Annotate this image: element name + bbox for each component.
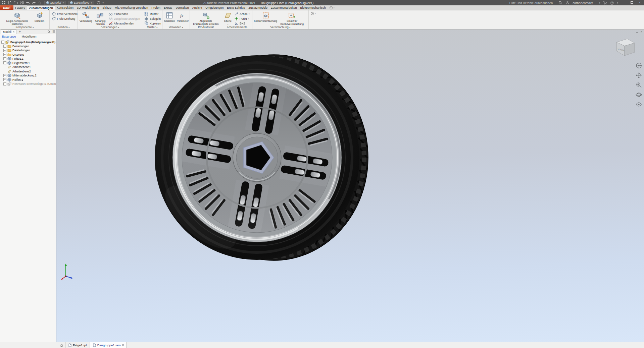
place-ilogic-component-button[interactable]: iLogic-Komponente platzieren bbox=[1, 11, 33, 26]
material-dropdown[interactable]: Material ▾ bbox=[44, 1, 66, 5]
tree-item[interactable]: +Arbeitsebene1 bbox=[0, 65, 56, 69]
help-icon[interactable]: ? bbox=[610, 1, 614, 5]
3d-viewport[interactable]: — × VORNE bbox=[56, 30, 644, 342]
doc-minimize-button[interactable]: — bbox=[631, 30, 634, 34]
ribbon-tab-zusammenarbeiten[interactable]: Zusammenarbeiten bbox=[269, 5, 299, 10]
new-file-icon[interactable] bbox=[8, 1, 12, 5]
shrinkwrap-substitute-button[interactable]: Ersatz für Konturvereinfachung bbox=[279, 11, 305, 26]
ribbon-tab-verwalten[interactable]: Verwalten bbox=[174, 5, 191, 10]
ribbon-tab-options[interactable]: ▾ bbox=[330, 5, 335, 10]
viewcube[interactable]: VORNE bbox=[611, 34, 639, 62]
tree-item[interactable]: +Darstellungen bbox=[0, 48, 56, 53]
tree-item[interactable]: +Ursprung bbox=[0, 53, 56, 57]
browser-tab-modell[interactable]: Modell × bbox=[1, 30, 16, 34]
browser-menu-icon[interactable]: ☰ bbox=[52, 30, 55, 34]
show-relationships-button[interactable]: Einblenden bbox=[107, 12, 141, 16]
free-move-button[interactable]: Freie Verschiebung bbox=[51, 12, 78, 16]
search-icon[interactable] bbox=[558, 1, 562, 5]
maximize-button[interactable] bbox=[629, 0, 634, 5]
minimize-button[interactable]: — bbox=[621, 0, 626, 5]
doc-restore-button[interactable] bbox=[636, 31, 638, 33]
tree-item[interactable]: +Rennsport-Bremsanlage::1 (Unterdrückt) bbox=[0, 82, 56, 86]
constrain-button[interactable]: Abhängig machen bbox=[94, 11, 107, 26]
create-component-button[interactable]: Erstellen bbox=[34, 11, 45, 23]
ribbon-tab-3d-modellierung[interactable]: 3D-Modellierung bbox=[75, 5, 101, 10]
ribbon-tab-ansicht[interactable]: Ansicht bbox=[191, 5, 204, 10]
shrinkwrap-button[interactable]: Konturvereinfachung bbox=[253, 11, 278, 23]
save-icon[interactable] bbox=[20, 1, 24, 5]
tree-item[interactable]: +Mittenabdeckung:2 bbox=[0, 73, 56, 78]
refresh-icon[interactable] bbox=[96, 1, 100, 5]
signed-in-user[interactable]: carboncorsa@... bbox=[573, 1, 596, 5]
expand-icon[interactable]: + bbox=[3, 57, 6, 60]
doc-close-button[interactable]: × bbox=[641, 30, 642, 34]
ribbon-tab-erste-schritte[interactable]: Erste Schritte bbox=[225, 5, 247, 10]
ribbon-tab-prüfen[interactable]: Prüfen bbox=[150, 5, 162, 10]
ribbon-tab-umgebungen[interactable]: Umgebungen bbox=[204, 5, 225, 10]
group-label-beziehungen[interactable]: Beziehungen ▾ bbox=[78, 25, 142, 29]
bom-button[interactable]: Stückliste bbox=[163, 11, 176, 23]
expand-icon[interactable]: + bbox=[3, 53, 6, 56]
ribbon-tab-factory[interactable]: Factory bbox=[13, 5, 27, 10]
tree-item[interactable]: +Reifen:1 bbox=[0, 78, 56, 82]
orbit-icon[interactable] bbox=[636, 92, 642, 98]
group-label-muster[interactable]: Muster ▾ bbox=[142, 25, 162, 29]
expand-icon[interactable]: + bbox=[3, 61, 6, 64]
pattern-button[interactable]: Muster bbox=[143, 12, 162, 16]
ribbon-tab-extras[interactable]: Extras bbox=[162, 5, 174, 10]
zoom-icon[interactable] bbox=[636, 82, 642, 88]
free-rotate-button[interactable]: Freie Drehung bbox=[51, 16, 78, 21]
tree-item[interactable]: +Beziehungen bbox=[0, 44, 56, 49]
work-point-button[interactable]: Punkt ▾ bbox=[233, 16, 251, 21]
tree-item[interactable]: +Felgenstern:1 bbox=[0, 61, 56, 65]
close-tab-icon[interactable]: × bbox=[122, 343, 124, 347]
help-search-input[interactable]: Hilfe und Befehle durchsuchen... bbox=[509, 1, 555, 5]
user-avatar-icon[interactable] bbox=[565, 1, 569, 5]
group-label-komponente[interactable]: Komponente ▾ bbox=[0, 25, 49, 29]
ribbon-tab-mit-anmerkung-versehen[interactable]: Mit Anmerkung versehen bbox=[113, 5, 150, 10]
redo-icon[interactable] bbox=[32, 1, 36, 5]
subtab-modellieren[interactable]: Modellieren bbox=[22, 35, 37, 38]
cart-icon[interactable] bbox=[603, 1, 607, 5]
home-icon[interactable] bbox=[38, 1, 42, 5]
toolbar-options-caret-icon[interactable]: ▾ bbox=[103, 2, 104, 4]
ribbon-display-options[interactable]: ▾ bbox=[309, 10, 318, 29]
add-browser-tab-button[interactable]: + bbox=[18, 30, 22, 34]
expand-icon[interactable]: + bbox=[3, 82, 6, 85]
tree-item[interactable]: +Felge1:1 bbox=[0, 57, 56, 61]
undo-icon[interactable] bbox=[26, 1, 30, 5]
ribbon-tab-datei[interactable]: Datei bbox=[0, 5, 13, 10]
ribbon-tab-skizze[interactable]: Skizze bbox=[101, 5, 113, 10]
joint-button[interactable]: Verbindung bbox=[79, 11, 93, 23]
document-tab[interactable]: Baugruppe1.iam× bbox=[90, 342, 127, 348]
parameters-button[interactable]: fx Parameter bbox=[176, 11, 189, 23]
expand-icon[interactable]: + bbox=[3, 78, 6, 81]
collapse-icon[interactable]: − bbox=[1, 41, 4, 44]
tree-item[interactable]: +Arbeitsebene2 bbox=[0, 69, 56, 74]
appearance-dropdown[interactable]: Darstellung ▾ bbox=[68, 1, 94, 5]
chevron-down-icon[interactable]: ▾ bbox=[617, 2, 618, 4]
expand-icon[interactable]: + bbox=[3, 49, 6, 52]
expand-icon[interactable]: + bbox=[3, 45, 6, 48]
group-label-vereinfachung[interactable]: Vereinfachung ▾ bbox=[252, 25, 308, 29]
ribbon-tab-zusatzmodule[interactable]: Zusatzmodule bbox=[247, 5, 269, 10]
pan-icon[interactable] bbox=[636, 72, 642, 78]
subtab-baugruppe[interactable]: Baugruppe bbox=[2, 35, 16, 38]
look-at-icon[interactable] bbox=[636, 101, 642, 108]
close-icon[interactable]: × bbox=[13, 30, 14, 34]
group-label-produktivitaet[interactable]: Produktivität bbox=[190, 25, 222, 29]
full-navigation-wheel-icon[interactable] bbox=[636, 62, 642, 69]
home-tab[interactable] bbox=[58, 342, 66, 348]
work-axis-button[interactable]: Achse ▾ bbox=[233, 12, 251, 16]
search-icon[interactable] bbox=[47, 30, 51, 34]
open-file-icon[interactable] bbox=[14, 1, 18, 5]
ribbon-tab-konstruktion[interactable]: Konstruktion bbox=[55, 5, 75, 10]
group-label-position[interactable]: Position ▾ bbox=[50, 25, 78, 29]
document-tab[interactable]: Felge1.ipt bbox=[66, 342, 90, 348]
ribbon-tab-elektromechanisch[interactable]: Elektromechanisch bbox=[298, 5, 327, 10]
expand-icon[interactable]: + bbox=[3, 74, 6, 77]
app-menu-icon[interactable] bbox=[2, 1, 6, 5]
ribbon-tab-zusammenfügen[interactable]: Zusammenfügen bbox=[27, 5, 55, 10]
work-plane-button[interactable]: Ebene ▾ bbox=[223, 11, 233, 26]
derive-substitutes-button[interactable]: Abgeleitete Ersatzobjekte erstellen bbox=[191, 11, 221, 26]
